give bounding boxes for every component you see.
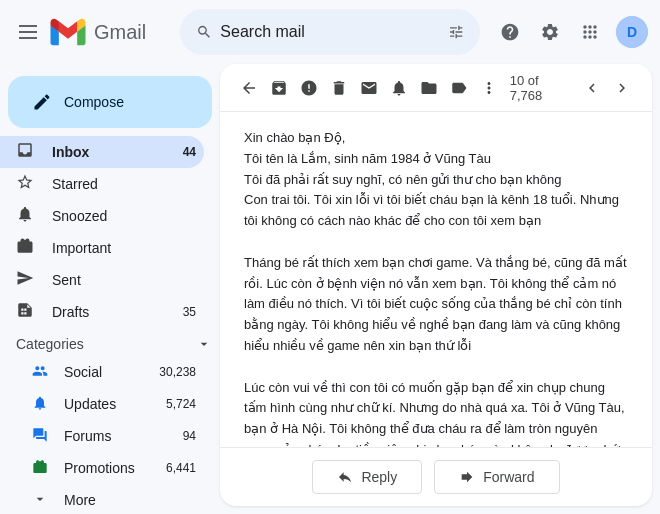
sent-icon <box>16 269 36 291</box>
updates-icon <box>32 395 52 414</box>
inbox-label: Inbox <box>52 144 183 160</box>
label-button[interactable] <box>446 74 472 102</box>
email-panel: 10 of 7,768 Xin chào bạn Độ, Tôi tên là … <box>220 64 652 506</box>
svg-rect-1 <box>19 31 37 33</box>
forums-label: Forums <box>64 428 183 444</box>
reply-label: Reply <box>361 469 397 485</box>
reply-icon <box>337 469 353 485</box>
reply-button[interactable]: Reply <box>312 460 422 494</box>
important-label: Important <box>52 240 196 256</box>
gmail-text: Gmail <box>94 21 146 44</box>
sidebar-item-starred[interactable]: Starred <box>0 168 204 200</box>
sidebar-item-social[interactable]: Social 30,238 <box>0 356 204 388</box>
email-content: Xin chào bạn Độ, Tôi tên là Lắm, sinh nă… <box>220 112 652 447</box>
sidebar-item-forums[interactable]: Forums 94 <box>0 420 204 452</box>
inbox-icon <box>16 141 36 163</box>
snooze-button[interactable] <box>386 74 412 102</box>
svg-text:D: D <box>627 24 637 40</box>
tune-icon[interactable] <box>448 22 464 42</box>
sidebar-item-more[interactable]: More <box>0 484 204 514</box>
top-icons: D <box>496 16 648 48</box>
compose-label: Compose <box>64 94 124 110</box>
sidebar-item-inbox[interactable]: Inbox 44 <box>0 136 204 168</box>
gmail-logo: Gmail <box>12 12 172 52</box>
drafts-count: 35 <box>183 305 196 319</box>
search-input[interactable] <box>220 23 439 41</box>
email-toolbar: 10 of 7,768 <box>220 64 652 112</box>
archive-button[interactable] <box>266 74 292 102</box>
prev-email-button[interactable] <box>578 74 606 102</box>
snoozed-icon <box>16 205 36 227</box>
email-body: Xin chào bạn Độ, Tôi tên là Lắm, sinh nă… <box>244 128 628 447</box>
svg-rect-0 <box>19 25 37 27</box>
sent-label: Sent <box>52 272 196 288</box>
hamburger-icon[interactable] <box>12 16 44 48</box>
forums-count: 94 <box>183 429 196 443</box>
compose-button[interactable]: Compose <box>8 76 212 128</box>
help-icon[interactable] <box>496 18 524 46</box>
sidebar: Compose Inbox 44 Starred Snoozed I <box>0 64 220 514</box>
avatar[interactable]: D <box>616 16 648 48</box>
more-label: More <box>64 492 196 508</box>
email-actions: Reply Forward <box>220 447 652 506</box>
more-icon <box>32 491 52 510</box>
sidebar-item-drafts[interactable]: Drafts 35 <box>0 296 204 328</box>
sidebar-item-snoozed[interactable]: Snoozed <box>0 200 204 232</box>
settings-icon[interactable] <box>536 18 564 46</box>
snoozed-label: Snoozed <box>52 208 196 224</box>
next-email-button[interactable] <box>608 74 636 102</box>
sidebar-item-important[interactable]: Important <box>0 232 204 264</box>
important-icon <box>16 237 36 259</box>
top-bar: Gmail D <box>0 0 660 64</box>
delete-button[interactable] <box>326 74 352 102</box>
gmail-m-icon <box>48 12 88 52</box>
compose-icon <box>32 92 52 112</box>
sidebar-item-sent[interactable]: Sent <box>0 264 204 296</box>
forums-icon <box>32 427 52 446</box>
promotions-count: 6,441 <box>166 461 196 475</box>
updates-label: Updates <box>64 396 166 412</box>
promotions-icon <box>32 459 52 478</box>
search-bar[interactable] <box>180 9 480 55</box>
sidebar-item-promotions[interactable]: Promotions 6,441 <box>0 452 204 484</box>
forward-label: Forward <box>483 469 534 485</box>
sidebar-item-updates[interactable]: Updates 5,724 <box>0 388 204 420</box>
starred-icon <box>16 173 36 195</box>
main-layout: Compose Inbox 44 Starred Snoozed I <box>0 64 660 514</box>
email-nav <box>578 74 636 102</box>
updates-count: 5,724 <box>166 397 196 411</box>
drafts-label: Drafts <box>52 304 183 320</box>
forward-icon <box>459 469 475 485</box>
categories-section[interactable]: Categories <box>0 328 220 356</box>
social-label: Social <box>64 364 159 380</box>
categories-label: Categories <box>16 336 84 352</box>
social-count: 30,238 <box>159 365 196 379</box>
report-spam-button[interactable] <box>296 74 322 102</box>
starred-label: Starred <box>52 176 196 192</box>
back-button[interactable] <box>236 74 262 102</box>
mark-unread-button[interactable] <box>356 74 382 102</box>
drafts-icon <box>16 301 36 323</box>
more-options-button[interactable] <box>476 74 502 102</box>
promotions-label: Promotions <box>64 460 166 476</box>
categories-expand-icon <box>196 336 212 352</box>
forward-button[interactable]: Forward <box>434 460 559 494</box>
social-icon <box>32 363 52 382</box>
apps-icon[interactable] <box>576 18 604 46</box>
svg-rect-2 <box>19 37 37 39</box>
inbox-count: 44 <box>183 145 196 159</box>
search-icon <box>196 22 212 42</box>
svg-marker-3 <box>58 21 78 38</box>
move-to-button[interactable] <box>416 74 442 102</box>
email-counter: 10 of 7,768 <box>510 73 570 103</box>
